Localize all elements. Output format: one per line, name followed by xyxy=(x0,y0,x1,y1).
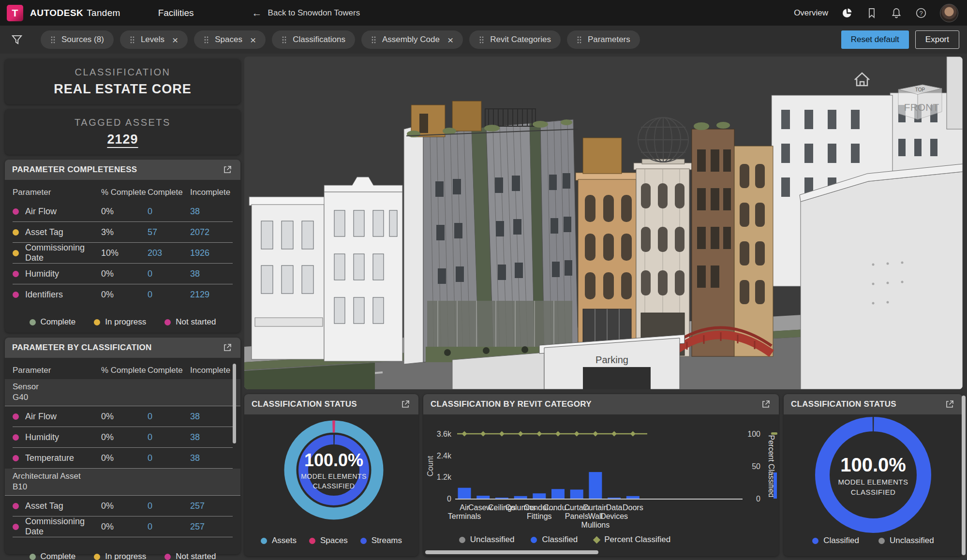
dashboard-pie-icon[interactable] xyxy=(841,7,853,19)
table-scrollbar[interactable] xyxy=(233,364,236,443)
table-row[interactable]: Asset Tag 3% 57 2072 xyxy=(13,222,233,243)
bar-classified[interactable] xyxy=(514,496,527,499)
remove-filter-icon[interactable]: × xyxy=(250,35,256,45)
incomplete-count-link[interactable]: 257 xyxy=(190,501,233,511)
bar-classified[interactable] xyxy=(495,498,508,499)
pct-value: 0% xyxy=(101,501,148,511)
filter-funnel-icon[interactable] xyxy=(11,33,23,46)
table-row[interactable]: Temperature 0% 0 38 xyxy=(13,448,233,469)
filter-pill-spaces[interactable]: Spaces × xyxy=(194,30,266,49)
user-avatar[interactable] xyxy=(940,4,958,22)
complete-count-link[interactable]: 0 xyxy=(148,269,190,279)
table-row[interactable]: Air Flow 0% 0 38 xyxy=(13,406,233,427)
open-in-new-window-button[interactable] xyxy=(944,398,955,410)
complete-count-link[interactable]: 203 xyxy=(148,248,190,258)
filter-pill-sources[interactable]: Sources (8) xyxy=(41,30,114,49)
table-row[interactable]: Humidity 0% 0 38 xyxy=(13,427,233,448)
drag-handle-icon[interactable] xyxy=(479,36,484,44)
legend-dot xyxy=(94,554,100,560)
drag-handle-icon[interactable] xyxy=(282,36,287,44)
page-scrollbar[interactable] xyxy=(962,396,966,555)
filter-pill-classifications[interactable]: Classifications xyxy=(272,30,355,49)
drag-handle-icon[interactable] xyxy=(204,36,209,44)
bar-classified[interactable] xyxy=(458,488,471,499)
table-row[interactable]: Commissioning Date 10% 203 1926 xyxy=(13,243,233,264)
incomplete-count-link[interactable]: 38 xyxy=(190,453,233,463)
help-icon[interactable]: ? xyxy=(915,7,927,19)
bar-classified[interactable] xyxy=(533,493,546,499)
percent-line-marker[interactable] xyxy=(611,431,617,437)
remove-filter-icon[interactable]: × xyxy=(447,35,453,45)
drag-handle-icon[interactable] xyxy=(130,36,135,44)
complete-count-link[interactable]: 0 xyxy=(148,453,190,463)
drag-handle-icon[interactable] xyxy=(371,36,376,44)
percent-line-marker[interactable] xyxy=(593,431,598,437)
pct-value: 0% xyxy=(101,290,148,300)
complete-count-link[interactable]: 0 xyxy=(148,412,190,422)
bar-classified[interactable] xyxy=(589,472,602,499)
reset-default-button[interactable]: Reset default xyxy=(841,30,909,49)
bar-classified[interactable] xyxy=(626,496,640,499)
open-in-new-window-button[interactable] xyxy=(760,398,772,410)
incomplete-count-link[interactable]: 257 xyxy=(190,522,233,532)
incomplete-count-link[interactable]: 1926 xyxy=(190,248,233,258)
percent-line-marker[interactable] xyxy=(480,431,486,437)
3d-model-viewport[interactable]: Parking TOP FRONT xyxy=(244,57,963,389)
incomplete-count-link[interactable]: 38 xyxy=(190,269,233,279)
filter-pill-assembly-code[interactable]: Assembly Code × xyxy=(361,30,463,49)
incomplete-count-link[interactable]: 38 xyxy=(190,412,233,422)
complete-count-link[interactable]: 0 xyxy=(148,290,190,300)
nav-facilities[interactable]: Facilities xyxy=(158,8,194,18)
complete-count-link[interactable]: 0 xyxy=(148,522,190,532)
percent-line-marker[interactable] xyxy=(518,431,523,437)
filter-pill-parameters[interactable]: Parameters xyxy=(567,30,640,49)
percent-line-marker[interactable] xyxy=(462,431,467,437)
drag-handle-icon[interactable] xyxy=(50,36,56,44)
incomplete-count-link[interactable]: 38 xyxy=(190,206,233,217)
remove-filter-icon[interactable]: × xyxy=(172,35,178,45)
bar-classified[interactable] xyxy=(551,489,565,499)
table-row[interactable]: Identifiers 0% 0 2129 xyxy=(13,284,233,305)
export-button[interactable]: Export xyxy=(915,30,959,49)
percent-line-marker[interactable] xyxy=(574,431,580,437)
complete-count-link[interactable]: 0 xyxy=(148,432,190,442)
drag-handle-icon[interactable] xyxy=(577,36,582,44)
chart-legend: Unclassified Classified Percent Classifi… xyxy=(423,535,779,545)
bookmark-icon[interactable] xyxy=(866,7,878,19)
chart-horizontal-scrollbar[interactable] xyxy=(425,550,598,554)
complete-count-link[interactable]: 0 xyxy=(148,501,190,511)
incomplete-count-link[interactable]: 2129 xyxy=(190,290,233,300)
notifications-bell-icon[interactable] xyxy=(891,7,902,19)
open-in-new-window-button[interactable] xyxy=(222,342,233,354)
param-name: Commissioning Date xyxy=(25,516,101,537)
complete-count-link[interactable]: 57 xyxy=(148,227,190,237)
overview-link[interactable]: Overview xyxy=(794,8,828,18)
open-in-new-window-button[interactable] xyxy=(400,398,411,410)
percent-line-marker[interactable] xyxy=(499,431,505,437)
filter-pill-revit-categories[interactable]: Revit Categories xyxy=(469,30,561,49)
complete-count-link[interactable]: 0 xyxy=(148,206,190,217)
incomplete-count-link[interactable]: 2072 xyxy=(190,227,233,237)
filter-pill-levels[interactable]: Levels × xyxy=(120,30,188,49)
status-dot xyxy=(13,455,19,461)
bar-classified[interactable] xyxy=(608,498,621,499)
incomplete-count-link[interactable]: 38 xyxy=(190,432,233,442)
percent-line-marker[interactable] xyxy=(536,431,542,437)
back-label: Back to Snowdon Towers xyxy=(268,8,360,18)
back-to-facility-link[interactable]: ← Back to Snowdon Towers xyxy=(252,8,360,18)
bar-classified[interactable] xyxy=(570,489,583,499)
tandem-logo-icon[interactable]: T xyxy=(7,5,23,21)
percent-line-marker[interactable] xyxy=(630,431,636,437)
percent-line-marker[interactable] xyxy=(555,431,561,437)
bar-classified[interactable] xyxy=(476,496,490,499)
legend-label: Spaces xyxy=(320,536,348,545)
table-row[interactable]: Commissioning Date 0% 0 257 xyxy=(13,516,233,537)
tagged-assets-count-link[interactable]: 2129 xyxy=(107,132,138,147)
table-row[interactable]: Air Flow 0% 0 38 xyxy=(13,201,233,222)
bar-chart[interactable]: 01.2k2.4k3.6kCountPercent Classified0501… xyxy=(423,414,779,535)
pct-value: 0% xyxy=(101,432,148,442)
pill-label: Sources (8) xyxy=(61,35,104,44)
table-row[interactable]: Asset Tag 0% 0 257 xyxy=(13,496,233,516)
table-row[interactable]: Humidity 0% 0 38 xyxy=(13,264,233,284)
open-in-new-window-button[interactable] xyxy=(222,164,233,176)
